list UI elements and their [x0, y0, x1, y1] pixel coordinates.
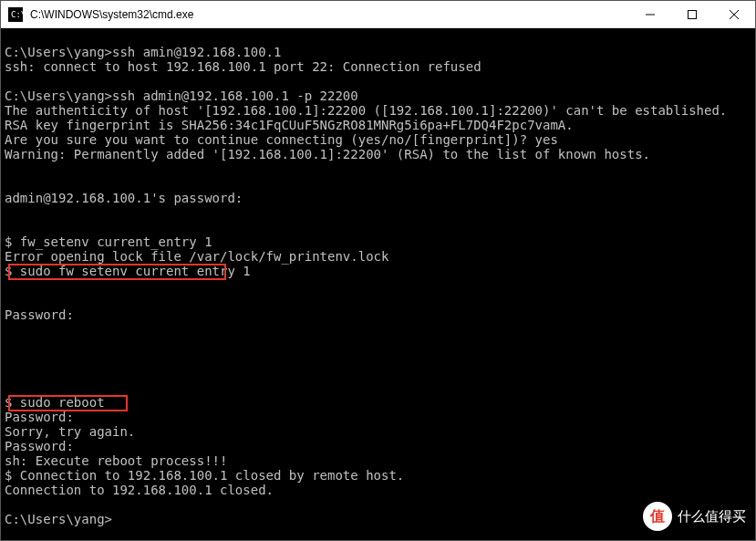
terminal-line: Password: — [5, 410, 751, 424]
maximize-button[interactable] — [671, 1, 713, 28]
svg-text:C:\: C:\ — [11, 10, 23, 19]
terminal-line: Password: — [5, 307, 751, 322]
terminal-line: $ sudo reboot — [5, 395, 751, 410]
terminal-line: admin@192.168.100.1's password: — [5, 191, 751, 205]
window-title: C:\WINDOWS\system32\cmd.exe — [30, 8, 629, 21]
terminal-line: Password: — [5, 439, 751, 453]
terminal-line — [5, 380, 751, 395]
terminal-line — [5, 278, 751, 293]
terminal-line: ssh: connect to host 192.168.100.1 port … — [5, 59, 751, 74]
terminal-line: Error opening lock file /var/lock/fw_pri… — [5, 249, 751, 264]
cmd-window: C:\ C:\WINDOWS\system32\cmd.exe C:\Users… — [0, 0, 756, 541]
terminal-line — [5, 322, 751, 337]
terminal-line — [5, 337, 751, 351]
terminal-output[interactable]: C:\Users\yang>ssh amin@192.168.100.1ssh:… — [1, 28, 755, 540]
titlebar[interactable]: C:\ C:\WINDOWS\system32\cmd.exe — [1, 1, 755, 28]
terminal-line: Connection to 192.168.100.1 closed. — [5, 483, 751, 497]
terminal-line: C:\Users\yang> — [5, 512, 751, 526]
terminal-line: $ fw_setenv current_entry 1 — [5, 234, 751, 249]
terminal-line: The authenticity of host '[192.168.100.1… — [5, 103, 751, 118]
terminal-line: sh: Execute reboot process!!! — [5, 453, 751, 468]
terminal-line — [5, 205, 751, 220]
terminal-line — [5, 176, 751, 191]
terminal-line: Warning: Permanently added '[192.168.100… — [5, 147, 751, 161]
terminal-line — [5, 74, 751, 88]
terminal-line: $ sudo fw_setenv current_entry 1 — [5, 264, 751, 278]
terminal-line — [5, 220, 751, 234]
terminal-line — [5, 351, 751, 366]
terminal-line: Sorry, try again. — [5, 424, 751, 439]
watermark-text: 什么值得买 — [678, 509, 746, 524]
terminal-line — [5, 366, 751, 380]
terminal-line: C:\Users\yang>ssh admin@192.168.100.1 -p… — [5, 88, 751, 103]
terminal-line: $ Connection to 192.168.100.1 closed by … — [5, 468, 751, 483]
watermark-logo-icon: 值 — [643, 502, 672, 531]
terminal-line: Are you sure you want to continue connec… — [5, 132, 751, 147]
terminal-line — [5, 30, 751, 45]
terminal-line — [5, 293, 751, 307]
terminal-line — [5, 161, 751, 176]
window-controls — [629, 1, 755, 28]
minimize-button[interactable] — [629, 1, 671, 28]
cmd-icon: C:\ — [8, 7, 23, 22]
terminal-line: RSA key fingerprint is SHA256:34c1FqCUuF… — [5, 118, 751, 132]
svg-rect-3 — [689, 10, 697, 18]
terminal-line — [5, 497, 751, 512]
close-button[interactable] — [713, 1, 755, 28]
terminal-line: C:\Users\yang>ssh amin@192.168.100.1 — [5, 45, 751, 59]
watermark: 值 什么值得买 — [643, 502, 746, 531]
